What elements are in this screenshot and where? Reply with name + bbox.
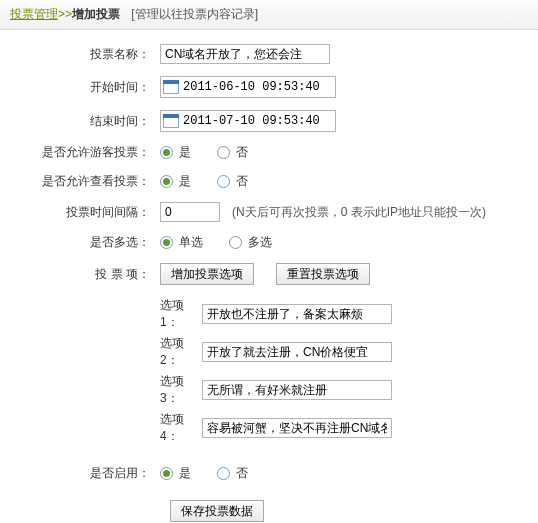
option-label: 选项2： xyxy=(160,335,202,369)
single-radio[interactable] xyxy=(160,236,173,249)
breadcrumb-root-link[interactable]: 投票管理 xyxy=(10,7,58,21)
radio-label-yes: 是 xyxy=(179,465,191,482)
end-time-input[interactable] xyxy=(183,112,333,130)
enable-yes-radio[interactable] xyxy=(160,467,173,480)
radio-label-single: 单选 xyxy=(179,234,203,251)
option-label: 选项1： xyxy=(160,297,202,331)
calendar-icon xyxy=(163,114,179,128)
label-start: 开始时间： xyxy=(10,79,160,96)
option-4-input[interactable] xyxy=(202,418,392,438)
add-option-button[interactable]: 增加投票选项 xyxy=(160,263,254,285)
view-yes-radio[interactable] xyxy=(160,175,173,188)
multi-radio[interactable] xyxy=(229,236,242,249)
start-time-input[interactable] xyxy=(183,78,333,96)
calendar-icon xyxy=(163,80,179,94)
submit-button[interactable]: 保存投票数据 xyxy=(170,500,264,522)
option-3-input[interactable] xyxy=(202,380,392,400)
vote-name-input[interactable] xyxy=(160,44,330,64)
radio-label-no: 否 xyxy=(236,144,248,161)
label-guest: 是否允许游客投票： xyxy=(10,144,160,161)
radio-label-no: 否 xyxy=(236,465,248,482)
label-multi: 是否多选： xyxy=(10,234,160,251)
label-view: 是否允许查看投票： xyxy=(10,173,160,190)
guest-no-radio[interactable] xyxy=(217,146,230,159)
label-name: 投票名称： xyxy=(10,46,160,63)
option-label: 选项4： xyxy=(160,411,202,445)
radio-label-multi: 多选 xyxy=(248,234,272,251)
start-time-picker[interactable] xyxy=(160,76,336,98)
view-no-radio[interactable] xyxy=(217,175,230,188)
breadcrumb-current: 增加投票 xyxy=(72,7,120,21)
breadcrumb-manage-link[interactable]: [管理以往投票内容记录] xyxy=(131,7,258,21)
guest-yes-radio[interactable] xyxy=(160,146,173,159)
label-interval: 投票时间间隔： xyxy=(10,204,160,221)
label-options: 投 票 项： xyxy=(10,266,160,283)
reset-option-button[interactable]: 重置投票选项 xyxy=(276,263,370,285)
vote-form: 投票名称： 开始时间： 结束时间： 是否允许游客投票： 是 否 是 xyxy=(0,30,538,523)
end-time-picker[interactable] xyxy=(160,110,336,132)
option-1-input[interactable] xyxy=(202,304,392,324)
enable-no-radio[interactable] xyxy=(217,467,230,480)
interval-hint: (N天后可再次投票，0 表示此IP地址只能投一次) xyxy=(232,204,486,221)
option-2-input[interactable] xyxy=(202,342,392,362)
interval-input[interactable] xyxy=(160,202,220,222)
radio-label-no: 否 xyxy=(236,173,248,190)
breadcrumb: 投票管理>>增加投票 [管理以往投票内容记录] xyxy=(0,0,538,30)
label-enable: 是否启用： xyxy=(10,465,160,482)
option-label: 选项3： xyxy=(160,373,202,407)
breadcrumb-sep: >> xyxy=(58,7,72,21)
label-end: 结束时间： xyxy=(10,113,160,130)
radio-label-yes: 是 xyxy=(179,144,191,161)
radio-label-yes: 是 xyxy=(179,173,191,190)
